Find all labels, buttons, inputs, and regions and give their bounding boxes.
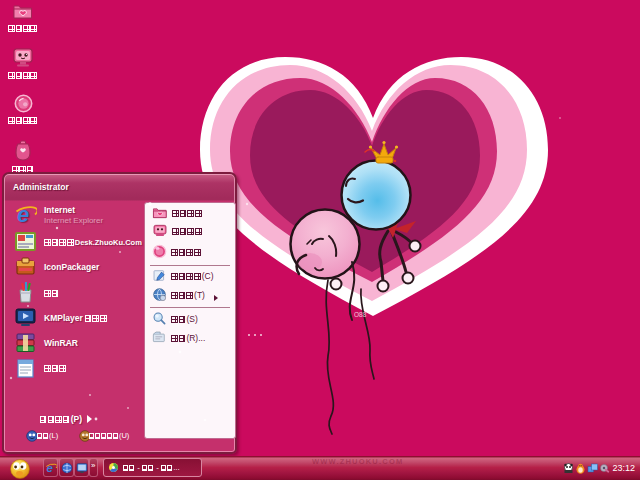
- svg-text:O88: O88: [354, 311, 367, 318]
